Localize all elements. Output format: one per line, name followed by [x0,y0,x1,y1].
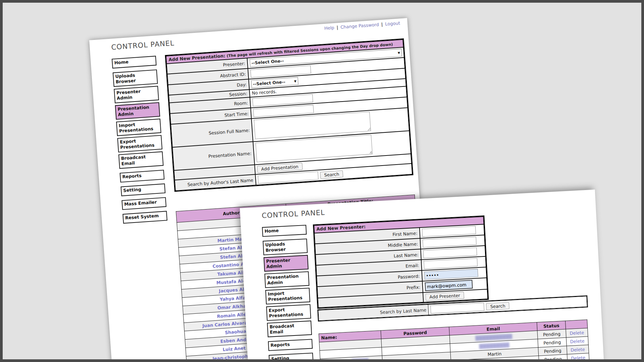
page-title: CONTROL PANEL [111,39,175,51]
add-presenter-form: Add New Presenter: First Name: Middle Na… [313,216,489,309]
delete-cell: Delete [566,328,588,338]
author-search-button[interactable]: Search [320,170,343,179]
password-input[interactable] [424,269,478,280]
sidebar-item-label: Broadcast Email [269,323,294,335]
middle-name-input[interactable] [422,237,476,247]
presenter-email-redacted: ▓▓▓▓▓▓▓▓▓ [479,342,509,349]
presenter-password-cell [382,360,451,362]
presenter-email-value: Khouloud [485,359,505,362]
status-text: Pending [543,340,561,346]
header-links: Help|Change Password|Logout [324,20,400,31]
sidebar-item-label: Reset System [125,213,159,221]
email-input[interactable] [424,258,478,269]
sidebar-item-label: Home [114,59,128,65]
sidebar-item-home[interactable]: Home [262,225,307,237]
delete-link[interactable]: Delete [569,338,586,344]
sidebar-item-label: Mass Emailer [124,199,157,207]
sidebar: HomeUploads BrowserPresenter AdminPresen… [112,56,167,226]
presenter-email-redacted: ▓▓▓▓▓▓▓▓▓▓▓ [475,334,513,341]
sidebar-item-home[interactable]: Home [112,56,157,68]
last-name-input[interactable] [423,247,477,258]
logout-link[interactable]: Logout [385,20,400,26]
sidebar-item-label: Export Presentations [269,307,304,318]
delete-cell: Delete [567,353,589,362]
sidebar-item-label: Import Presentations [118,122,153,134]
sidebar-item-mass-emailer[interactable]: Mass Emailer [122,197,167,210]
status-text: Pending [544,348,561,354]
sidebar-item-export-presentations[interactable]: Export Presentations [266,304,311,321]
presenter-name-link[interactable]: Martin [334,359,351,362]
sidebar-item-label: Presenter Admin [116,89,141,101]
chevron-down-icon: ▼ [294,79,297,83]
link-separator: | [381,22,383,27]
sidebar-item-label: Setting [271,356,289,362]
day-select-value: --Select One-- [253,79,286,87]
delete-link[interactable]: Delete [568,330,586,336]
help-link[interactable]: Help [324,25,334,31]
presenter-search-button[interactable]: Search [486,302,509,310]
sidebar-item-broadcast-email[interactable]: Broadcast Email [267,320,312,337]
prefix-input[interactable] [425,280,473,291]
sidebar-item-export-presentations[interactable]: Export Presentations [117,135,163,153]
desktop-frame: Help|Change Password|Logout CONTROL PANE… [0,0,644,362]
sidebar-item-reset-system[interactable]: Reset System [122,211,167,224]
sidebar-item-reports[interactable]: Reports [120,170,165,182]
presenters-table: Name: Password Email Status ▓▓▓▓▓▓▓▓▓▓▓P… [319,319,590,362]
status-text: Pending [544,356,562,362]
sidebar-item-import-presentations[interactable]: Import Presentations [116,119,161,136]
change-password-link[interactable]: Change Password [340,22,379,30]
presenters-table-wrap: Name: Password Email Status ▓▓▓▓▓▓▓▓▓▓▓P… [319,319,590,362]
sidebar-item-import-presentations[interactable]: Import Presentations [265,288,310,304]
sidebar-item-label: Export Presentations [120,138,155,150]
sidebar-item-label: Presenter Admin [266,257,290,269]
action-column-header [565,320,587,329]
sidebar: HomeUploads BrowserPresenter AdminPresen… [262,225,314,362]
delete-cell: Delete [567,345,589,354]
delete-link[interactable]: Delete [569,355,587,361]
chevron-down-icon: ▼ [398,51,400,54]
sidebar-item-label: Broadcast Email [121,154,146,166]
sidebar-item-label: Import Presentations [268,291,303,302]
sidebar-item-label: Uploads Browser [265,241,286,253]
presenter-select-value: --Select One-- [251,58,284,66]
sidebar-item-label: Presentation Admin [267,274,299,286]
add-presenter-button[interactable]: Add Presenter [425,292,464,301]
sidebar-item-presentation-admin[interactable]: Presentation Admin [115,102,160,120]
status-text: Pending [543,331,561,337]
sidebar-item-label: Uploads Browser [115,73,136,84]
sidebar-item-uploads-browser[interactable]: Uploads Browser [263,239,308,255]
sidebar-item-presenter-admin[interactable]: Presenter Admin [114,86,159,103]
delete-link[interactable]: Delete [569,347,587,353]
sidebar-item-presenter-admin[interactable]: Presenter Admin [264,255,309,272]
presenter-admin-page: CONTROL PANEL HomeUploads BrowserPresent… [240,190,609,362]
page-title: CONTROL PANEL [262,208,325,220]
sidebar-item-label: Setting [123,187,142,193]
add-presentation-form: Add New Presentation: (The page will ref… [165,39,414,192]
sidebar-item-label: Reports [270,342,290,348]
sidebar-item-label: Presentation Admin [117,105,149,117]
presenter-email-value: Martin [487,351,501,357]
sidebar-item-setting[interactable]: Setting [121,183,166,196]
sidebar-item-label: Home [264,228,279,234]
sidebar-item-setting[interactable]: Setting [269,353,313,362]
link-separator: | [336,25,338,30]
status-badge: Pending [539,354,568,362]
sidebar-item-label: Reports [122,173,142,179]
first-name-input[interactable] [422,226,476,237]
sidebar-item-broadcast-email[interactable]: Broadcast Email [118,152,164,169]
presenter-search-input[interactable] [430,303,484,313]
sidebar-item-presentation-admin[interactable]: Presentation Admin [264,272,309,288]
sidebar-item-reports[interactable]: Reports [268,339,313,351]
delete-cell: Delete [566,337,588,346]
main-area: Add New Presenter: First Name: Middle Na… [313,216,489,309]
presenter-name-redacted: ▓▓▓▓▓ [352,358,369,362]
sidebar-item-uploads-browser[interactable]: Uploads Browser [113,69,158,87]
